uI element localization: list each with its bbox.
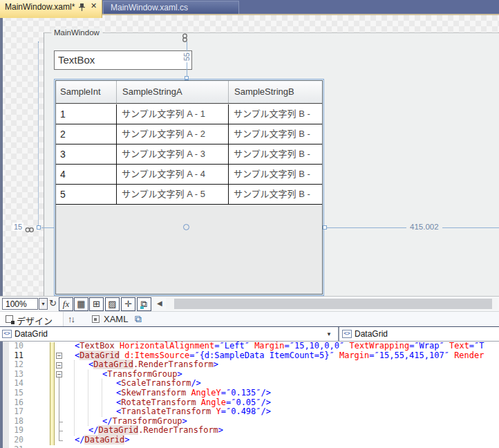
refresh-icon[interactable]: ↻ (49, 298, 59, 310)
margin-handle[interactable] (323, 225, 327, 230)
grid-cell: 4 (56, 165, 116, 184)
code-token: Margin (339, 351, 369, 360)
scroll-left-arrow[interactable]: ◀ (157, 299, 162, 307)
effects-button[interactable]: fx (59, 297, 73, 311)
margin-right-label: 415.002 (406, 223, 442, 231)
code-token: </ (75, 435, 84, 445)
close-icon[interactable]: ✕ (91, 1, 97, 10)
code-token: > (177, 369, 182, 379)
grid-line (116, 104, 117, 205)
designer-artboard[interactable]: MainWindow TextBox 55 SampleIntSampleStr… (0, 15, 499, 296)
code-token: TransformGroup (112, 416, 182, 426)
tab-mainwindow-xaml-cs[interactable]: MainWindow.xaml.cs (103, 1, 239, 14)
code-token: TextBox (79, 341, 115, 351)
datagrid-header: SampleIntSampleStringASampleStringB (56, 81, 322, 104)
grid-row: 3サンプル文字列 A - 3サンプル文字列 B - (56, 144, 322, 165)
grid-cell: サンプル文字列 B - (228, 185, 323, 204)
code-token: DataGrid (93, 360, 133, 369)
horizontal-scrollbar[interactable] (166, 298, 498, 310)
grid-cell: サンプル文字列 A - 3 (116, 144, 228, 164)
code-token: AngleY (191, 388, 220, 398)
code-token: =″0.498″ (221, 407, 261, 416)
code-token: TransformGroup (107, 369, 177, 379)
grid-cell: 3 (56, 144, 116, 164)
scrollbar-thumb[interactable] (174, 299, 492, 309)
code-token: /> (191, 378, 200, 388)
code-token: DataGrid (98, 425, 138, 435)
code-line[interactable]: </DataGrid> (0, 436, 499, 445)
code-token: RotateTransform (121, 398, 196, 407)
code-token: .RenderTransform (138, 425, 218, 435)
chevron-down-icon[interactable]: ▼ (326, 331, 332, 337)
margin-left-label: 15 (12, 223, 23, 231)
code-token: /> (261, 388, 271, 398)
vs-window: MainWindow.xaml* ✕ MainWindow.xaml.cs Ma… (0, 0, 499, 448)
grid-cell: 2 (56, 124, 116, 144)
code-token (196, 398, 201, 407)
transform-center-handle[interactable] (183, 224, 189, 230)
artboard-button[interactable]: ⧉ (137, 297, 151, 311)
datagrid-control[interactable]: SampleIntSampleStringASampleStringB 1サンプ… (55, 80, 323, 295)
code-line[interactable]: <TranslateTransform Y=″0.498″/> (0, 407, 499, 417)
code-token: Render (454, 351, 484, 360)
grid-cell: サンプル文字列 A - 4 (116, 165, 228, 184)
snaplines-button[interactable]: ✛ (121, 297, 135, 311)
code-token: > (182, 416, 187, 426)
tab-xaml-view[interactable]: XAML (86, 312, 133, 327)
code-line[interactable]: <TransformGroup> (0, 370, 499, 380)
margin-handle[interactable] (37, 225, 41, 230)
code-token (211, 407, 216, 416)
code-token (115, 341, 120, 351)
grid-row: 4サンプル文字列 A - 4サンプル文字列 B - (56, 165, 322, 185)
margin-anchor-icon[interactable] (181, 33, 189, 46)
code-line[interactable]: </TransformGroup> (0, 417, 499, 427)
left-guideline (38, 41, 39, 228)
tab-design-view[interactable]: デザイン (0, 312, 64, 327)
xaml-view-icon (92, 315, 100, 323)
textbox-control[interactable]: TextBox (54, 50, 192, 70)
code-token: Text (449, 341, 469, 351)
code-token: Margin (254, 341, 284, 351)
xaml-tab-label: XAML (104, 314, 128, 324)
code-token: =″T (469, 341, 484, 351)
code-token: =″0.05″ (226, 398, 261, 407)
code-token: =″15,10,0,0″ (285, 341, 345, 351)
code-token: .RenderTransform (133, 360, 214, 369)
snap-to-grid-button[interactable]: ⊞ (89, 297, 104, 311)
code-token: Angle (201, 398, 226, 407)
element-combobox-right-value: DataGrid (355, 329, 388, 339)
swap-panes-icon[interactable]: ↑↓ (68, 314, 74, 324)
pin-icon[interactable] (78, 3, 85, 14)
margin-anchor-icon[interactable] (25, 224, 35, 236)
code-line[interactable]: <DataGrid.RenderTransform> (0, 360, 499, 370)
code-line[interactable]: <DataGrid d:ItemsSource=″{d:SampleData I… (0, 351, 499, 361)
code-token: </ (102, 416, 112, 426)
element-navigator-row: <> DataGrid ▼ <> DataGrid (0, 326, 499, 342)
element-combobox-left-value: DataGrid (15, 329, 48, 339)
code-token (444, 341, 449, 351)
element-combobox-left[interactable]: <> DataGrid ▼ (0, 327, 336, 341)
code-token: /> (261, 398, 271, 407)
code-token: > (214, 360, 218, 369)
grid-column-header: SampleInt (56, 81, 116, 103)
code-token: =″0.135″ (221, 388, 261, 398)
grid-column-header: SampleStringA (116, 81, 228, 103)
view-tab-strip: デザイン ↑↓ XAML ⧉ (0, 311, 499, 326)
tab-mainwindow-xaml[interactable]: MainWindow.xaml* ✕ (0, 0, 102, 18)
popout-window-icon[interactable]: ⧉ (135, 313, 142, 325)
grid-cell: サンプル文字列 B - (228, 165, 323, 184)
grid-row: 5サンプル文字列 A - 5サンプル文字列 B - (56, 185, 322, 205)
zoom-combobox[interactable]: 100% (2, 298, 38, 310)
zoom-dropdown-arrow[interactable]: ▾ (39, 298, 48, 310)
transparency-button[interactable]: ▨ (105, 297, 120, 311)
xaml-code-editor[interactable]: 10<TextBox HorizontalAlignment=″Left″ Ma… (0, 342, 499, 448)
code-token: > (218, 425, 223, 435)
xml-tag-icon: <> (342, 330, 352, 338)
code-line[interactable] (0, 445, 499, 448)
designer-toolbar: 100% ▾ ↻ fx ▦ ⊞ ▨ ✛ ⧉ ◀ (0, 296, 499, 311)
element-combobox-right[interactable]: <> DataGrid (338, 327, 499, 341)
show-grid-button[interactable]: ▦ (74, 297, 88, 311)
grid-line (228, 104, 229, 205)
xml-tag-icon: <> (2, 330, 12, 338)
code-token: =″{d:SampleData ItemCount=5}″ (189, 351, 335, 360)
